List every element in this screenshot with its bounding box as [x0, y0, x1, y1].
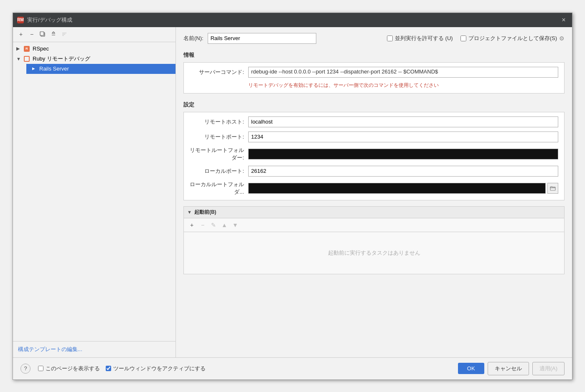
local-root-input[interactable]	[248, 183, 546, 194]
remote-port-row: リモートポート:	[190, 132, 558, 142]
local-root-row: ローカルルートフォルダ...	[190, 181, 558, 196]
project-file-label: プロジェクトファイルとして保存(S)	[468, 35, 557, 42]
before-launch-section: ▼ 起動前(B) + − ✎ ▲ ▼ 起動前に実行するタスクはありません	[183, 206, 565, 274]
before-launch-body: 起動前に実行するタスクはありません	[184, 232, 564, 274]
run-debug-dialog: RM 実行/デバッグ構成 × + −	[13, 13, 572, 380]
project-file-option: プロジェクトファイルとして保存(S) ⚙	[460, 35, 565, 42]
apply-button[interactable]: 適用(A)	[532, 362, 565, 375]
browse-button[interactable]	[547, 183, 558, 194]
svg-rect-1	[40, 32, 44, 35]
show-page-checkbox[interactable]	[38, 366, 43, 371]
ok-button[interactable]: OK	[458, 363, 484, 374]
remote-host-row: リモートホスト:	[190, 116, 558, 127]
project-file-checkbox[interactable]	[460, 35, 466, 41]
gear-icon[interactable]: ⚙	[559, 35, 565, 42]
show-page-label: このページを表示する	[46, 365, 100, 372]
copy-config-button[interactable]	[38, 30, 47, 39]
show-page-option: このページを表示する	[38, 365, 100, 372]
settings-section-label: 設定	[183, 101, 565, 109]
rails-server-label: Rails Server	[39, 66, 69, 72]
info-section: 情報 サーバーコマンド: rdebug-ide --host 0.0.0.0 -…	[183, 50, 565, 99]
bl-add-button[interactable]: +	[187, 220, 196, 230]
remote-root-input[interactable]	[248, 149, 558, 159]
right-options: 並列実行を許可する (U) プロジェクトファイルとして保存(S) ⚙	[387, 35, 565, 42]
remote-port-input[interactable]	[248, 132, 558, 142]
app-icon: RM	[17, 17, 24, 23]
settings-section: 設定 リモートホスト: リモートポート: リモートルートフォルダー:	[183, 99, 565, 206]
tree-item-ruby-remote[interactable]: ▼ Ruby リモートデバッグ	[13, 54, 176, 64]
activate-tool-option: ツールウィンドウをアクティブにする	[106, 365, 206, 372]
remote-root-row: リモートルートフォルダー:	[190, 147, 558, 162]
dialog-title: 実行/デバッグ構成	[27, 16, 72, 24]
before-launch-header[interactable]: ▼ 起動前(B)	[184, 207, 564, 218]
name-label: 名前(N):	[183, 35, 203, 42]
name-input[interactable]	[208, 33, 316, 44]
bl-up-button[interactable]: ▲	[220, 220, 229, 230]
left-bottom-area: 構成テンプレートの編集...	[13, 341, 176, 357]
local-port-label: ローカルポート:	[190, 167, 248, 175]
add-config-button[interactable]: +	[16, 30, 25, 39]
bl-remove-button[interactable]: −	[198, 220, 207, 230]
parallel-label: 並列実行を許可する (U)	[395, 35, 453, 42]
title-bar: RM 実行/デバッグ構成 ×	[13, 13, 572, 27]
rspec-config-icon: R	[23, 45, 31, 53]
tree-item-rails-server[interactable]: ▶ Rails Server	[26, 64, 176, 74]
parallel-checkbox[interactable]	[387, 35, 393, 41]
sort-config-button[interactable]	[60, 30, 69, 39]
parallel-option: 並列実行を許可する (U)	[387, 35, 453, 42]
bottom-bar: ? このページを表示する ツールウィンドウをアクティブにする OK キャンセル …	[13, 357, 572, 379]
server-command-label: サーバーコマンド:	[190, 68, 248, 76]
svg-rect-2	[550, 187, 555, 190]
remote-root-label: リモートルートフォルダー:	[190, 147, 248, 162]
before-launch-empty-text: 起動前に実行するタスクはありません	[328, 249, 420, 257]
activate-tool-label: ツールウィンドウをアクティブにする	[113, 365, 206, 372]
edit-templates-link[interactable]: 構成テンプレートの編集...	[18, 346, 82, 352]
content-area: + − ▶	[13, 27, 572, 357]
left-panel: + − ▶	[13, 27, 176, 357]
config-tree: ▶ R RSpec ▼ Ruby リモートデバッグ	[13, 42, 176, 341]
rails-server-icon: ▶	[30, 65, 37, 73]
bottom-right: OK キャンセル 適用(A)	[458, 362, 565, 375]
hint-text: リモートデバッグを有効にするには、サーバー側で次のコマンドを使用してください	[248, 82, 558, 89]
left-toolbar: + −	[13, 27, 176, 42]
remote-host-input[interactable]	[248, 116, 558, 127]
right-panel: 名前(N): 並列実行を許可する (U) プロジェクトファイルとして保存(S) …	[176, 27, 572, 357]
local-root-field-wrapper	[248, 183, 558, 194]
local-port-input[interactable]	[248, 166, 558, 177]
local-root-label: ローカルルートフォルダ...	[190, 181, 248, 196]
rspec-label: RSpec	[33, 46, 49, 52]
ruby-remote-icon	[23, 55, 31, 63]
before-launch-label: 起動前(B)	[194, 209, 216, 216]
title-bar-left: RM 実行/デバッグ構成	[17, 16, 72, 24]
before-launch-toolbar: + − ✎ ▲ ▼	[184, 218, 564, 232]
local-port-row: ローカルポート:	[190, 166, 558, 177]
bl-edit-button[interactable]: ✎	[209, 220, 218, 230]
move-config-button[interactable]	[49, 30, 58, 39]
tree-arrow-ruby-remote: ▼	[16, 56, 23, 61]
info-section-label: 情報	[183, 51, 565, 59]
remove-config-button[interactable]: −	[27, 30, 36, 39]
server-command-row: サーバーコマンド: rdebug-ide --host 0.0.0.0 --po…	[190, 67, 558, 78]
server-command-value: rdebug-ide --host 0.0.0.0 --port 1234 --…	[248, 67, 558, 78]
close-button[interactable]: ×	[560, 16, 568, 24]
before-launch-collapse-arrow: ▼	[187, 210, 192, 215]
bl-down-button[interactable]: ▼	[231, 220, 240, 230]
name-row: 名前(N): 並列実行を許可する (U) プロジェクトファイルとして保存(S) …	[183, 33, 565, 44]
tree-item-rspec[interactable]: ▶ R RSpec	[13, 44, 176, 54]
ruby-remote-label: Ruby リモートデバッグ	[33, 55, 90, 63]
help-button[interactable]: ?	[20, 364, 31, 374]
bottom-left: ? このページを表示する ツールウィンドウをアクティブにする	[20, 364, 206, 374]
activate-tool-checkbox[interactable]	[106, 366, 111, 371]
tree-arrow-rspec: ▶	[16, 46, 23, 51]
remote-port-label: リモートポート:	[190, 133, 248, 141]
cancel-button[interactable]: キャンセル	[488, 362, 529, 375]
remote-host-label: リモートホスト:	[190, 118, 248, 126]
